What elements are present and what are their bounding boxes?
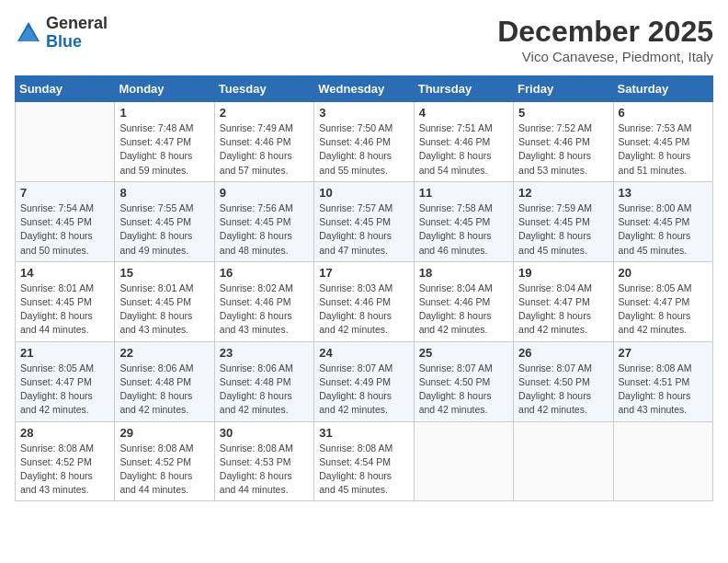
calendar-week-row: 1Sunrise: 7:48 AM Sunset: 4:47 PM Daylig… xyxy=(16,102,713,182)
day-number: 10 xyxy=(319,186,408,200)
calendar-cell xyxy=(414,421,513,501)
day-number: 24 xyxy=(319,346,408,360)
day-number: 14 xyxy=(20,266,109,280)
day-info: Sunrise: 7:49 AM Sunset: 4:46 PM Dayligh… xyxy=(220,121,309,178)
calendar-cell: 6Sunrise: 7:53 AM Sunset: 4:45 PM Daylig… xyxy=(613,102,712,182)
day-info: Sunrise: 8:05 AM Sunset: 4:47 PM Dayligh… xyxy=(619,282,708,338)
calendar-header-row: SundayMondayTuesdayWednesdayThursdayFrid… xyxy=(16,76,713,102)
calendar-cell: 17Sunrise: 8:03 AM Sunset: 4:46 PM Dayli… xyxy=(314,261,414,341)
day-number: 13 xyxy=(619,186,708,200)
calendar-cell: 9Sunrise: 7:56 AM Sunset: 4:45 PM Daylig… xyxy=(214,181,313,261)
calendar-cell: 14Sunrise: 8:01 AM Sunset: 4:45 PM Dayli… xyxy=(16,261,115,341)
day-info: Sunrise: 7:56 AM Sunset: 4:45 PM Dayligh… xyxy=(220,201,309,258)
month-year-title: December 2025 xyxy=(497,15,713,49)
day-info: Sunrise: 7:58 AM Sunset: 4:45 PM Dayligh… xyxy=(419,201,508,258)
day-info: Sunrise: 8:07 AM Sunset: 4:49 PM Dayligh… xyxy=(319,362,408,418)
calendar-cell: 13Sunrise: 8:00 AM Sunset: 4:45 PM Dayli… xyxy=(613,181,712,261)
page-header: General Blue December 2025 Vico Canavese… xyxy=(15,15,713,64)
calendar-cell: 8Sunrise: 7:55 AM Sunset: 4:45 PM Daylig… xyxy=(115,181,214,261)
title-area: December 2025 Vico Canavese, Piedmont, I… xyxy=(497,15,713,64)
calendar-week-row: 21Sunrise: 8:05 AM Sunset: 4:47 PM Dayli… xyxy=(16,341,713,421)
logo-text: General Blue xyxy=(46,15,108,52)
day-info: Sunrise: 8:04 AM Sunset: 4:46 PM Dayligh… xyxy=(419,282,508,338)
day-info: Sunrise: 7:54 AM Sunset: 4:45 PM Dayligh… xyxy=(20,201,109,258)
day-number: 23 xyxy=(220,346,309,360)
day-info: Sunrise: 8:04 AM Sunset: 4:47 PM Dayligh… xyxy=(518,282,608,338)
day-info: Sunrise: 8:07 AM Sunset: 4:50 PM Dayligh… xyxy=(518,362,608,418)
day-info: Sunrise: 8:08 AM Sunset: 4:53 PM Dayligh… xyxy=(220,442,309,498)
calendar-week-row: 14Sunrise: 8:01 AM Sunset: 4:45 PM Dayli… xyxy=(16,261,713,341)
calendar-cell: 4Sunrise: 7:51 AM Sunset: 4:46 PM Daylig… xyxy=(414,102,513,182)
calendar-cell: 30Sunrise: 8:08 AM Sunset: 4:53 PM Dayli… xyxy=(214,421,313,501)
day-number: 31 xyxy=(319,426,408,440)
day-number: 25 xyxy=(419,346,508,360)
day-info: Sunrise: 7:51 AM Sunset: 4:46 PM Dayligh… xyxy=(419,121,508,178)
calendar-cell: 16Sunrise: 8:02 AM Sunset: 4:46 PM Dayli… xyxy=(214,261,313,341)
calendar-cell xyxy=(613,421,712,501)
calendar-cell: 7Sunrise: 7:54 AM Sunset: 4:45 PM Daylig… xyxy=(16,181,115,261)
col-header-friday: Friday xyxy=(514,76,613,102)
day-number: 16 xyxy=(220,266,309,280)
calendar-cell: 5Sunrise: 7:52 AM Sunset: 4:46 PM Daylig… xyxy=(514,102,613,182)
day-info: Sunrise: 7:55 AM Sunset: 4:45 PM Dayligh… xyxy=(119,201,209,258)
col-header-monday: Monday xyxy=(115,76,214,102)
day-info: Sunrise: 7:53 AM Sunset: 4:45 PM Dayligh… xyxy=(619,121,708,178)
col-header-thursday: Thursday xyxy=(414,76,513,102)
day-info: Sunrise: 8:07 AM Sunset: 4:50 PM Dayligh… xyxy=(419,362,508,418)
day-number: 11 xyxy=(419,186,508,200)
col-header-saturday: Saturday xyxy=(613,76,712,102)
logo: General Blue xyxy=(15,15,108,52)
calendar-cell: 10Sunrise: 7:57 AM Sunset: 4:45 PM Dayli… xyxy=(314,181,414,261)
day-info: Sunrise: 7:48 AM Sunset: 4:47 PM Dayligh… xyxy=(119,121,209,178)
calendar-cell: 18Sunrise: 8:04 AM Sunset: 4:46 PM Dayli… xyxy=(414,261,513,341)
day-info: Sunrise: 8:03 AM Sunset: 4:46 PM Dayligh… xyxy=(319,282,408,338)
day-number: 1 xyxy=(119,106,209,120)
day-number: 18 xyxy=(419,266,508,280)
day-info: Sunrise: 8:02 AM Sunset: 4:46 PM Dayligh… xyxy=(220,282,309,338)
col-header-tuesday: Tuesday xyxy=(214,76,313,102)
day-number: 6 xyxy=(619,106,708,120)
col-header-sunday: Sunday xyxy=(16,76,115,102)
day-info: Sunrise: 7:50 AM Sunset: 4:46 PM Dayligh… xyxy=(319,121,408,178)
day-number: 3 xyxy=(319,106,408,120)
day-info: Sunrise: 8:05 AM Sunset: 4:47 PM Dayligh… xyxy=(20,362,109,418)
day-info: Sunrise: 8:01 AM Sunset: 4:45 PM Dayligh… xyxy=(20,282,109,338)
calendar-cell: 22Sunrise: 8:06 AM Sunset: 4:48 PM Dayli… xyxy=(115,341,214,421)
day-number: 12 xyxy=(518,186,608,200)
day-info: Sunrise: 7:57 AM Sunset: 4:45 PM Dayligh… xyxy=(319,201,408,258)
day-number: 7 xyxy=(20,186,109,200)
calendar-cell: 12Sunrise: 7:59 AM Sunset: 4:45 PM Dayli… xyxy=(514,181,613,261)
calendar-cell: 1Sunrise: 7:48 AM Sunset: 4:47 PM Daylig… xyxy=(115,102,214,182)
logo-icon xyxy=(15,19,42,47)
day-number: 27 xyxy=(619,346,708,360)
day-number: 15 xyxy=(119,266,209,280)
svg-marker-1 xyxy=(19,26,39,41)
day-info: Sunrise: 8:01 AM Sunset: 4:45 PM Dayligh… xyxy=(119,282,209,338)
day-number: 22 xyxy=(119,346,209,360)
calendar-cell: 25Sunrise: 8:07 AM Sunset: 4:50 PM Dayli… xyxy=(414,341,513,421)
calendar-week-row: 7Sunrise: 7:54 AM Sunset: 4:45 PM Daylig… xyxy=(16,181,713,261)
calendar-cell: 3Sunrise: 7:50 AM Sunset: 4:46 PM Daylig… xyxy=(314,102,414,182)
day-info: Sunrise: 7:52 AM Sunset: 4:46 PM Dayligh… xyxy=(518,121,608,178)
day-number: 30 xyxy=(220,426,309,440)
calendar-cell: 29Sunrise: 8:08 AM Sunset: 4:52 PM Dayli… xyxy=(115,421,214,501)
calendar-cell: 23Sunrise: 8:06 AM Sunset: 4:48 PM Dayli… xyxy=(214,341,313,421)
day-number: 29 xyxy=(119,426,209,440)
day-number: 26 xyxy=(518,346,608,360)
calendar-cell: 21Sunrise: 8:05 AM Sunset: 4:47 PM Dayli… xyxy=(16,341,115,421)
day-number: 4 xyxy=(419,106,508,120)
calendar-cell xyxy=(16,102,115,182)
calendar-cell: 31Sunrise: 8:08 AM Sunset: 4:54 PM Dayli… xyxy=(314,421,414,501)
day-info: Sunrise: 8:08 AM Sunset: 4:51 PM Dayligh… xyxy=(619,362,708,418)
day-number: 19 xyxy=(518,266,608,280)
col-header-wednesday: Wednesday xyxy=(314,76,414,102)
calendar-cell: 24Sunrise: 8:07 AM Sunset: 4:49 PM Dayli… xyxy=(314,341,414,421)
day-number: 17 xyxy=(319,266,408,280)
day-number: 9 xyxy=(220,186,309,200)
day-number: 5 xyxy=(518,106,608,120)
day-info: Sunrise: 8:06 AM Sunset: 4:48 PM Dayligh… xyxy=(220,362,309,418)
day-number: 28 xyxy=(20,426,109,440)
day-info: Sunrise: 8:08 AM Sunset: 4:52 PM Dayligh… xyxy=(119,442,209,498)
day-number: 2 xyxy=(220,106,309,120)
day-number: 21 xyxy=(20,346,109,360)
